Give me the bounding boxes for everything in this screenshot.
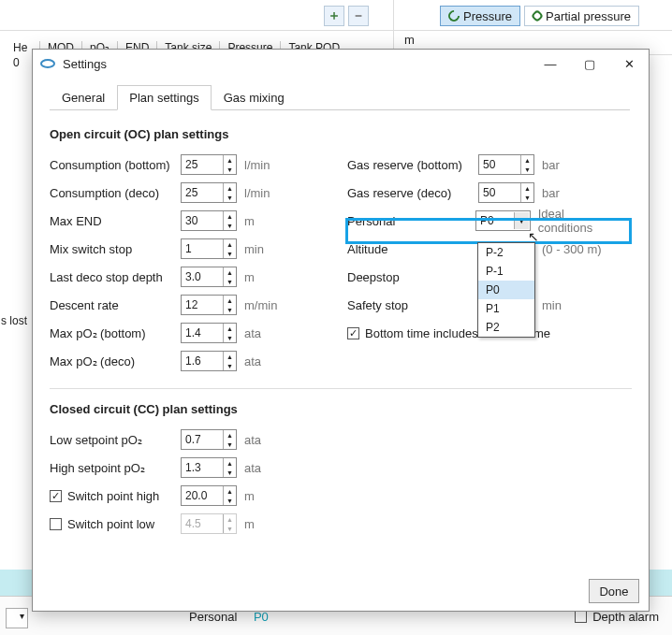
done-button[interactable]: Done: [589, 579, 639, 603]
row-cc-3: Switch point low4.5▲▼m: [50, 510, 349, 538]
cc-column: Low setpoint pO₂0.7▲▼ataHigh setpoint pO…: [50, 426, 349, 538]
tab-gas-mixing[interactable]: Gas mixing: [212, 85, 297, 110]
tabs: General Plan settings Gas mixing: [50, 85, 630, 110]
oc-input-7[interactable]: 1.6▲▼: [181, 351, 237, 371]
minimize-button[interactable]: —: [531, 50, 570, 78]
checkbox-icon: [575, 611, 587, 623]
oc-input-6[interactable]: 1.4▲▼: [181, 323, 237, 343]
row-oc-0: Consumption (bottom)25▲▼l/min: [50, 151, 323, 179]
row-oc-1: Consumption (deco)25▲▼l/min: [50, 179, 323, 207]
personal-option-P-2[interactable]: P-2: [478, 243, 534, 262]
partial-pressure-toggle[interactable]: Partial pressure: [524, 6, 639, 26]
personal-dropdown[interactable]: P-2P-1P0P1P2: [477, 242, 535, 338]
status-personal: Personal P0: [189, 610, 269, 624]
tab-general[interactable]: General: [50, 85, 117, 110]
personal-option-P1[interactable]: P1: [478, 299, 534, 318]
unit-m: m: [404, 33, 415, 47]
separator: [50, 388, 632, 389]
gauge-icon: [446, 8, 462, 24]
gas-table-he-header: He: [6, 41, 27, 54]
cc-input-2[interactable]: 20.0▲▼: [181, 485, 237, 506]
row-oc-6: Max pO₂ (bottom)1.4▲▼ata: [50, 319, 323, 347]
tab-plan-settings[interactable]: Plan settings: [117, 85, 211, 110]
status-combo[interactable]: [6, 608, 28, 628]
row-oc-4: Last deco stop depth3.0▲▼m: [50, 263, 323, 291]
personal-hint: Ideal conditions: [538, 207, 621, 235]
personal-option-P0[interactable]: P0: [478, 281, 534, 299]
oc-input-5[interactable]: 12▲▼: [181, 295, 237, 315]
oc-input-2[interactable]: 30▲▼: [181, 210, 237, 231]
cc-section-title: Closed circuit (CC) plan settings: [50, 402, 632, 416]
row-gas-reserve-deco: Gas reserve (deco) 50▲▼ bar: [347, 179, 621, 207]
row-cc-1: High setpoint pO₂1.3▲▼ata: [50, 454, 349, 482]
cc-check-3[interactable]: Switch point low: [50, 517, 181, 531]
gas-he-value: 0: [13, 56, 20, 69]
oc-input-4[interactable]: 3.0▲▼: [181, 267, 237, 287]
pressure-toggle[interactable]: Pressure: [440, 6, 520, 26]
row-oc-2: Max END30▲▼m: [50, 207, 323, 235]
add-button[interactable]: ＋: [324, 6, 344, 26]
gas-reserve-deco-input[interactable]: 50▲▼: [478, 182, 534, 203]
gas-reserve-bottom-input[interactable]: 50▲▼: [478, 154, 534, 175]
personal-combo[interactable]: P0 ▼: [475, 210, 531, 231]
row-oc-5: Descent rate12▲▼m/min: [50, 291, 323, 319]
cc-input-3: 4.5▲▼: [181, 513, 237, 534]
row-personal: Personal P0 ▼ Ideal conditions: [347, 207, 621, 235]
partial-label: Partial pressure: [546, 9, 631, 23]
chevron-down-icon: ▼: [514, 212, 529, 229]
checkbox-icon: [347, 327, 359, 339]
maximize-button[interactable]: ▢: [570, 50, 609, 78]
cc-check-2[interactable]: Switch point high: [50, 489, 181, 503]
personal-option-P2[interactable]: P2: [478, 318, 534, 337]
row-cc-2: Switch point high20.0▲▼m: [50, 482, 349, 510]
oc-input-3[interactable]: 1▲▼: [181, 238, 237, 259]
row-oc-7: Max pO₂ (deco)1.6▲▼ata: [50, 347, 323, 375]
oc-left-column: Consumption (bottom)25▲▼l/minConsumption…: [50, 151, 323, 375]
pressure-label: Pressure: [463, 9, 512, 23]
oc-input-1[interactable]: 25▲▼: [181, 182, 237, 203]
oc-input-0[interactable]: 25▲▼: [181, 154, 237, 175]
cc-input-1[interactable]: 1.3▲▼: [181, 457, 237, 478]
app-icon: [40, 59, 55, 68]
checkbox-icon: [50, 518, 62, 530]
settings-dialog: Settings — ▢ ✕ General Plan settings Gas…: [32, 49, 650, 612]
gas-lost-label: s lost: [1, 314, 27, 327]
bg-divider: [0, 30, 672, 31]
depth-alarm-checkbox[interactable]: Depth alarm: [575, 610, 659, 624]
row-gas-reserve-bottom: Gas reserve (bottom) 50▲▼ bar: [347, 151, 621, 179]
row-oc-3: Mix switch stop1▲▼min: [50, 235, 323, 263]
personal-option-P-1[interactable]: P-1: [478, 262, 534, 281]
dialog-title: Settings: [63, 57, 107, 71]
close-button[interactable]: ✕: [609, 50, 649, 78]
oc-section-title: Open circuit (OC) plan settings: [50, 127, 632, 141]
remove-button[interactable]: －: [348, 6, 369, 26]
partial-icon: [531, 9, 544, 22]
plan-settings-pane: Open circuit (OC) plan settings Consumpt…: [33, 110, 649, 538]
bg-plus-minus: ＋ －: [324, 6, 369, 26]
row-cc-0: Low setpoint pO₂0.7▲▼ata: [50, 426, 349, 454]
checkbox-icon: [50, 490, 62, 502]
titlebar[interactable]: Settings — ▢ ✕: [33, 50, 649, 78]
cc-input-0[interactable]: 0.7▲▼: [181, 429, 237, 450]
